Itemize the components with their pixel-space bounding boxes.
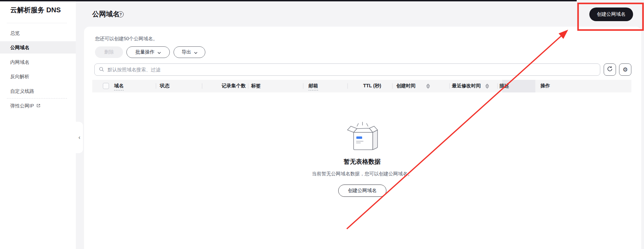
sidebar-collapse-handle[interactable]: ‹ xyxy=(76,122,83,153)
column-divider xyxy=(303,83,303,89)
column-header-domain[interactable]: 域名 xyxy=(114,83,124,90)
sidebar-item-overview[interactable]: 总览 xyxy=(0,27,76,39)
empty-box-icon xyxy=(343,119,382,155)
column-divider xyxy=(156,83,156,89)
column-divider xyxy=(497,83,498,89)
column-divider xyxy=(248,83,248,89)
create-public-zone-button[interactable]: 创建公网域名 xyxy=(589,8,633,21)
refresh-button[interactable] xyxy=(604,63,616,76)
gear-icon: ⚙ xyxy=(622,66,628,73)
column-divider xyxy=(392,83,393,89)
column-header-ttl: TTL (秒) xyxy=(363,83,381,89)
sidebar-item-ptr-records[interactable]: 反向解析 xyxy=(0,70,76,83)
column-header-modified: 最近修改时间 xyxy=(452,83,481,89)
chevron-left-icon: ‹ xyxy=(79,135,80,140)
column-header-description: 描述 xyxy=(499,83,509,89)
create-public-zone-empty-button[interactable]: 创建公网域名 xyxy=(338,185,386,197)
search-box xyxy=(94,63,600,76)
column-header-recordsets: 记录集个数 xyxy=(222,83,246,89)
sidebar-item-custom-lines[interactable]: 自定义线路 xyxy=(0,85,76,97)
sidebar-item-public-zones[interactable]: 公网域名 xyxy=(0,41,76,54)
sidebar-item-eip[interactable]: 弹性公网IP xyxy=(0,100,76,112)
dns-console-page: 云解析服务 DNS 总览 公网域名 内网域名 反向解析 自定义线路 弹性公网IP… xyxy=(0,0,644,249)
refresh-icon xyxy=(607,66,613,73)
column-header-created: 创建时间 xyxy=(396,83,415,89)
sidebar-item-private-zones[interactable]: 内网域名 xyxy=(0,56,76,68)
column-header-email[interactable]: 邮箱 xyxy=(309,83,318,90)
column-header-operation: 操作 xyxy=(540,83,550,89)
table-header-row xyxy=(92,80,631,92)
sidebar-item-eip-label: 弹性公网IP xyxy=(10,103,34,108)
sidebar-divider xyxy=(7,23,67,23)
sidebar-title: 云解析服务 DNS xyxy=(10,5,61,15)
chevron-down-icon xyxy=(194,49,197,55)
page-title: 公网域名 xyxy=(92,10,120,19)
batch-operation-button[interactable]: 批量操作 xyxy=(126,46,170,58)
column-divider xyxy=(347,83,348,89)
sidebar: 云解析服务 DNS 总览 公网域名 内网域名 反向解析 自定义线路 弹性公网IP xyxy=(0,0,76,249)
column-header-status: 状态 xyxy=(160,83,169,89)
empty-state-title: 暂无表格数据 xyxy=(294,158,430,166)
batch-operation-label: 批量操作 xyxy=(136,49,155,55)
column-divider xyxy=(449,83,450,89)
column-header-tags: 标签 xyxy=(251,83,261,89)
search-input[interactable] xyxy=(94,63,600,76)
quota-text: 您还可以创建50个公网域名。 xyxy=(95,36,158,42)
export-button[interactable]: 导出 xyxy=(174,46,205,58)
chevron-down-icon xyxy=(157,49,161,55)
sidebar-dashed-divider xyxy=(7,98,67,99)
settings-button[interactable]: ⚙ xyxy=(619,63,631,76)
help-icon[interactable]: ? xyxy=(118,11,124,17)
browser-top-edge xyxy=(0,0,577,1)
sort-icon-modified[interactable] xyxy=(485,84,489,90)
sort-icon-created[interactable] xyxy=(426,84,430,90)
content-card: 您还可以创建50个公网域名。 删除 批量操作 导出 ⚙ 域名 状态 记录集个数 xyxy=(84,27,641,249)
external-link-icon xyxy=(36,100,41,112)
delete-button[interactable]: 删除 xyxy=(95,46,123,58)
export-label: 导出 xyxy=(182,49,191,55)
column-divider xyxy=(202,83,202,89)
select-all-checkbox[interactable] xyxy=(103,83,109,89)
empty-state-description: 当前暂无公网域名数据，您可以创建公网域名。 xyxy=(260,171,465,177)
